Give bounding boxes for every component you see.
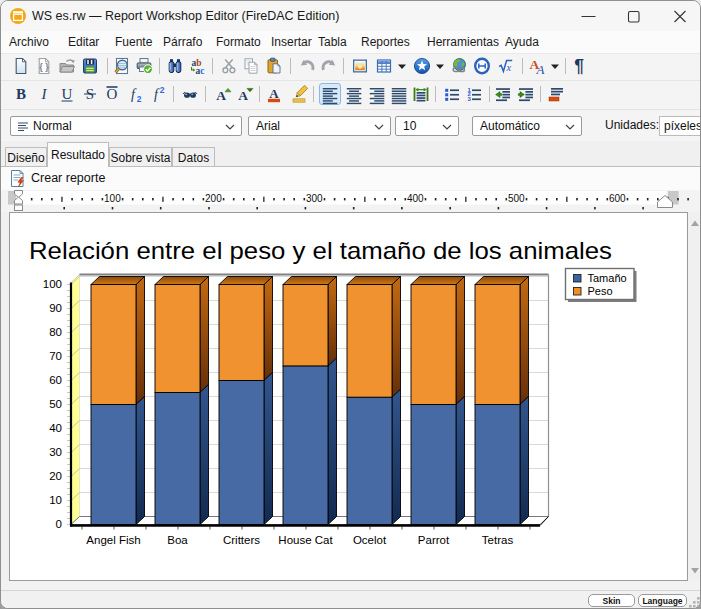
svg-text:90: 90 xyxy=(49,302,62,314)
svg-text:70: 70 xyxy=(49,350,62,362)
svg-text:60: 60 xyxy=(49,374,62,386)
svg-text:Critters: Critters xyxy=(223,534,260,546)
svg-text:Tamaño: Tamaño xyxy=(588,272,627,284)
svg-text:Peso: Peso xyxy=(588,285,613,297)
svg-text:A: A xyxy=(216,88,226,103)
svg-text:O: O xyxy=(106,86,117,102)
svg-text:10: 10 xyxy=(49,494,62,506)
svg-text:2: 2 xyxy=(136,94,141,104)
svg-text:A: A xyxy=(535,62,544,77)
svg-text:x: x xyxy=(506,62,512,73)
svg-text:ac: ac xyxy=(195,66,204,76)
svg-text:I: I xyxy=(40,86,47,102)
svg-text:100: 100 xyxy=(43,278,62,290)
svg-text:2: 2 xyxy=(160,85,165,95)
svg-text:House Cat: House Cat xyxy=(278,534,333,546)
svg-text:A: A xyxy=(269,86,279,101)
svg-text:B: B xyxy=(16,86,26,102)
svg-text:40: 40 xyxy=(49,422,62,434)
svg-text:500: 500 xyxy=(508,193,525,204)
svg-text:50: 50 xyxy=(49,398,62,410)
svg-text:80: 80 xyxy=(49,326,62,338)
svg-text:Tetras: Tetras xyxy=(482,534,514,546)
svg-text:¶: ¶ xyxy=(574,56,584,76)
svg-text:Ocelot: Ocelot xyxy=(353,534,387,546)
svg-text:100: 100 xyxy=(104,193,121,204)
svg-text:A: A xyxy=(238,88,248,103)
svg-text:20: 20 xyxy=(49,470,62,482)
svg-text:30: 30 xyxy=(49,446,62,458)
svg-text:Angel Fish: Angel Fish xyxy=(86,534,140,546)
svg-text:Parrot: Parrot xyxy=(418,534,450,546)
svg-text:3: 3 xyxy=(467,96,471,102)
svg-text:U: U xyxy=(62,86,73,102)
svg-text:200: 200 xyxy=(205,193,222,204)
svg-text:{ }: { } xyxy=(39,62,49,72)
svg-text:Boa: Boa xyxy=(167,534,188,546)
svg-text:0: 0 xyxy=(56,518,62,530)
svg-text:600: 600 xyxy=(609,193,626,204)
svg-text:400: 400 xyxy=(407,193,424,204)
svg-text:300: 300 xyxy=(306,193,323,204)
svg-text:Relación entre el peso y el ta: Relación entre el peso y el tamaño de lo… xyxy=(29,237,612,264)
